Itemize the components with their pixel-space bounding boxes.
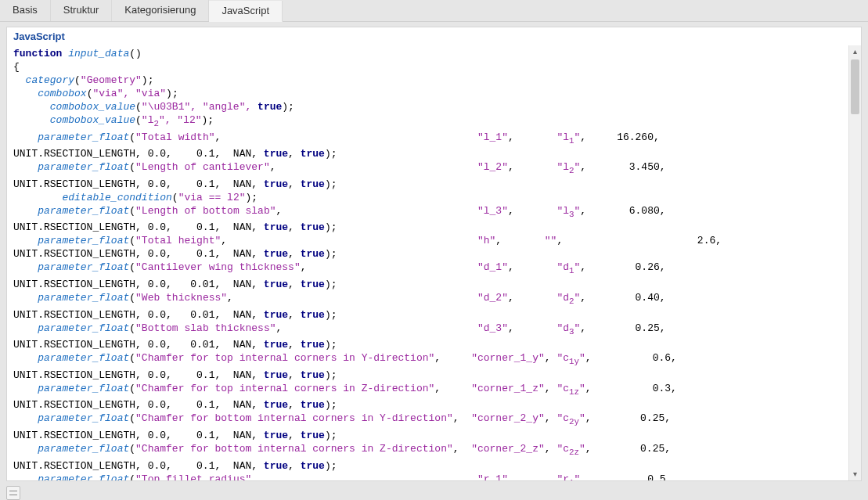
tab-bar: Basis Struktur Kategorisierung JavaScrip… [0, 0, 868, 22]
javascript-panel: JavaScript function input_data() { categ… [6, 27, 862, 481]
tab-struktur[interactable]: Struktur [51, 0, 113, 21]
status-icon[interactable] [6, 486, 20, 500]
code-editor[interactable]: function input_data() { category("Geomet… [7, 45, 848, 480]
scroll-down-icon[interactable]: ▾ [849, 468, 861, 480]
tab-javascript[interactable]: JavaScript [209, 1, 283, 22]
scrollbar-thumb[interactable] [851, 59, 859, 114]
tab-basis[interactable]: Basis [0, 0, 51, 21]
vertical-scrollbar[interactable]: ▴ ▾ [848, 45, 861, 480]
status-bar [6, 484, 862, 500]
panel-title: JavaScript [7, 27, 861, 45]
scroll-up-icon[interactable]: ▴ [849, 45, 861, 58]
tab-kategorisierung[interactable]: Kategorisierung [112, 0, 209, 21]
